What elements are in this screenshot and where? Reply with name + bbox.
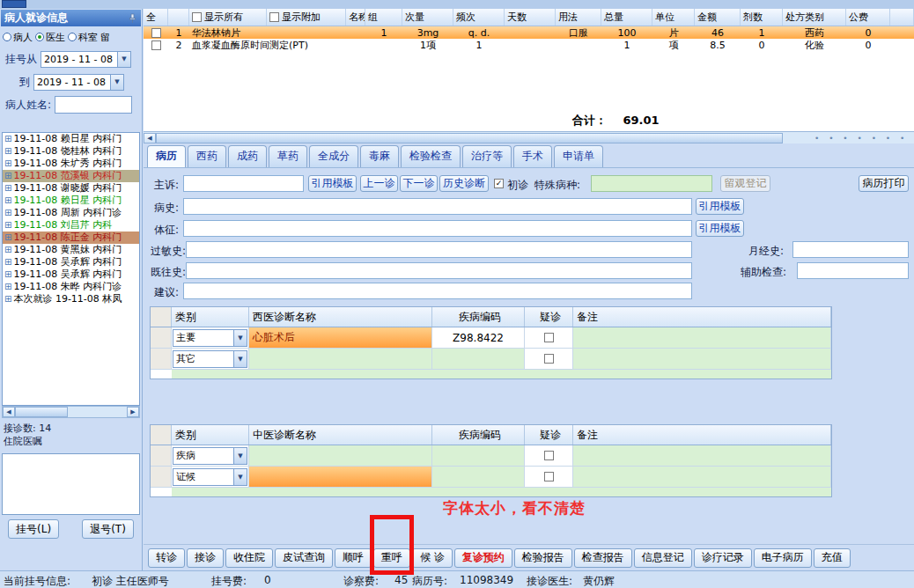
print-record-button[interactable]: 病历打印 <box>859 175 909 192</box>
next-visit-button[interactable]: 下一诊 <box>400 175 438 192</box>
patient-list-item[interactable]: 19-11-08 范溪银 内科门 <box>3 170 139 182</box>
disease-code-cell[interactable] <box>432 349 525 369</box>
diagnosis-name-cell[interactable] <box>249 467 432 487</box>
show-all-toggle[interactable]: 显示所有 <box>189 9 267 26</box>
chevron-down-icon[interactable] <box>110 75 123 90</box>
tree-expand-icon[interactable] <box>4 269 11 279</box>
tree-expand-icon[interactable] <box>4 245 11 254</box>
detail-tab[interactable]: 病历 <box>147 145 186 167</box>
action-button[interactable]: 候 诊 <box>412 548 453 568</box>
patient-list-item[interactable]: 19-11-08 谢晓媛 内科门 <box>3 182 139 195</box>
date-from-picker[interactable]: 2019 - 11 - 08 <box>41 51 131 68</box>
tree-expand-icon[interactable] <box>4 232 11 242</box>
signs-input[interactable] <box>183 220 692 237</box>
detail-tab[interactable]: 草药 <box>269 145 307 167</box>
detail-tab[interactable]: 检验检查 <box>401 145 461 167</box>
first-visit-checkbox[interactable]: ✓ <box>494 179 504 188</box>
tree-expand-icon[interactable] <box>4 171 11 180</box>
show-all-checkbox[interactable] <box>192 12 202 22</box>
action-button[interactable]: 充值 <box>814 548 851 568</box>
chevron-down-icon[interactable] <box>233 469 247 485</box>
row-selector[interactable] <box>151 467 172 487</box>
detail-tab[interactable]: 手术 <box>513 145 552 167</box>
filter-radio[interactable]: 医生 <box>35 31 65 44</box>
patient-list-item[interactable]: 19-11-08 周新 内科门诊 <box>3 207 139 219</box>
scroll-right-icon[interactable] <box>127 407 139 417</box>
action-button[interactable]: 接诊 <box>187 548 224 568</box>
tree-expand-icon[interactable] <box>4 158 11 168</box>
aux-exam-input[interactable] <box>797 262 909 279</box>
allergy-input[interactable] <box>186 241 692 258</box>
chevron-down-icon[interactable] <box>233 330 247 346</box>
filter-radio[interactable]: 科室 <box>68 31 98 44</box>
row-selector[interactable] <box>151 445 172 466</box>
action-button[interactable]: 转诊 <box>148 548 185 568</box>
tree-expand-icon[interactable] <box>4 220 11 230</box>
disease-code-cell[interactable]: Z98.8422 <box>432 327 525 348</box>
action-button[interactable]: 检查报告 <box>574 548 632 568</box>
col-header-all[interactable]: 全 <box>144 9 168 26</box>
detail-tab[interactable]: 申请单 <box>554 145 603 167</box>
suspected-checkbox[interactable] <box>544 354 554 364</box>
tree-expand-icon[interactable] <box>4 208 11 217</box>
patient-list-item[interactable]: 19-11-08 吴承辉 内科门 <box>3 268 139 281</box>
action-button[interactable]: 收住院 <box>225 548 273 568</box>
scroll-left-icon[interactable] <box>3 407 15 417</box>
cite-template-button[interactable]: 引用模板 <box>696 198 744 215</box>
detail-tab[interactable]: 全成分 <box>309 145 358 167</box>
patient-list-item[interactable]: 19-11-08 朱晔 内科门诊 <box>3 281 139 293</box>
action-button[interactable]: 诊疗记录 <box>694 548 752 568</box>
tree-expand-icon[interactable] <box>4 183 11 193</box>
row-checkbox[interactable] <box>151 28 161 38</box>
suspected-checkbox[interactable] <box>544 451 554 460</box>
tree-expand-icon[interactable] <box>4 257 11 267</box>
disease-code-cell[interactable] <box>432 445 525 466</box>
menstrual-input[interactable] <box>792 241 909 258</box>
disease-code-cell[interactable] <box>432 467 525 487</box>
advice-input[interactable] <box>183 283 692 299</box>
action-button[interactable]: 检验报告 <box>514 548 572 568</box>
category-combo[interactable]: 其它 <box>173 350 247 368</box>
history-diagnosis-button[interactable]: 历史诊断 <box>439 175 489 192</box>
prev-visit-button[interactable]: 上一诊 <box>360 175 398 192</box>
register-button[interactable]: 挂号(L) <box>8 519 59 539</box>
chief-complaint-input[interactable] <box>183 175 304 192</box>
patient-list-hscrollbar[interactable] <box>2 406 140 418</box>
row-selector[interactable] <box>151 349 172 369</box>
cite-template-button[interactable]: 引用模板 <box>696 220 744 237</box>
scrollbar-thumb[interactable] <box>156 133 783 143</box>
cite-template-button[interactable]: 引用模板 <box>308 175 357 192</box>
past-history-input[interactable] <box>186 262 692 279</box>
detail-tab[interactable]: 毒麻 <box>360 145 399 167</box>
note-cell[interactable] <box>573 327 831 348</box>
patient-list-item[interactable]: 本次就诊 19-11-08 林凤 <box>3 293 139 305</box>
observation-register-button[interactable]: 留观登记 <box>720 175 770 192</box>
chevron-down-icon[interactable] <box>117 52 130 67</box>
patient-list-item[interactable]: 19-11-08 吴承辉 内科门 <box>3 256 139 268</box>
category-combo[interactable]: 证候 <box>173 468 247 486</box>
patient-list-item[interactable]: 19-11-08 黄黑妹 内科门 <box>3 244 139 256</box>
pin-icon[interactable] <box>127 13 137 24</box>
detail-tab[interactable]: 治疗等 <box>462 145 512 167</box>
category-combo[interactable]: 疾病 <box>173 447 247 465</box>
patient-list-item[interactable]: 19-11-08 刘昌芹 内科 <box>3 219 139 232</box>
tree-expand-icon[interactable] <box>4 134 11 143</box>
diagnosis-row[interactable]: 证候 <box>151 467 831 488</box>
row-checkbox[interactable] <box>151 40 161 50</box>
tree-expand-icon[interactable] <box>4 146 11 156</box>
patient-list-item[interactable]: 19-11-08 赖日星 内科门 <box>3 133 139 145</box>
special-disease-input[interactable] <box>591 175 712 192</box>
row-selector[interactable] <box>151 327 172 348</box>
chevron-down-icon[interactable] <box>233 448 247 464</box>
action-button[interactable]: 顺呼 <box>335 548 372 568</box>
show-extra-toggle[interactable]: 显示附加 <box>267 9 346 26</box>
chevron-down-icon[interactable] <box>233 351 247 367</box>
diagnosis-name-cell[interactable] <box>249 349 432 369</box>
patient-list-item[interactable]: 19-11-08 赖日星 内科门 <box>3 195 139 207</box>
note-cell[interactable] <box>573 445 831 466</box>
prescription-hscrollbar[interactable] <box>144 131 914 143</box>
suspected-checkbox[interactable] <box>544 472 554 481</box>
prescription-row[interactable]: 1 华法林钠片 1 3mg q. d. 口服 100 片 46 1 西药 0 <box>144 26 914 39</box>
suspected-checkbox[interactable] <box>544 333 554 342</box>
diagnosis-row[interactable]: 其它 <box>151 349 831 370</box>
